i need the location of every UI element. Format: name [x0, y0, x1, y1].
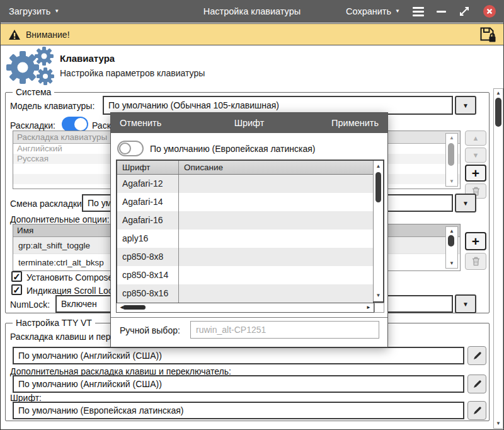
extra-options-scrollbar[interactable]: ▲ ▼ — [445, 226, 458, 269]
plus-icon: + — [472, 166, 479, 180]
chevron-down-icon: ▼ — [54, 9, 59, 14]
table-row[interactable]: aply16 — [117, 230, 373, 248]
scroll-down-icon[interactable]: ▼ — [374, 291, 383, 300]
compose-checkbox[interactable]: ✓ — [11, 271, 22, 282]
chevron-down-icon: ▼ — [462, 200, 469, 207]
load-menu-button[interactable]: Загрузить ▼ — [0, 0, 68, 23]
scrolllock-checkbox[interactable]: ✓ — [11, 284, 22, 295]
layouts-list-scrollbar[interactable]: ▲ ▼ — [445, 133, 458, 187]
option-delete-button[interactable] — [465, 253, 486, 270]
layout-move-up-button[interactable]: ▲ — [465, 131, 486, 146]
font-table-scrollbar[interactable]: ▲ ▼ — [373, 161, 383, 301]
minimize-icon[interactable] — [437, 11, 446, 13]
compose-checkbox-label: Установить Compose — [26, 272, 113, 282]
scroll-up-icon[interactable]: ▲ — [494, 89, 503, 98]
arrow-up-icon: ▲ — [472, 134, 479, 142]
font-column-header[interactable]: Шрифт — [117, 161, 179, 174]
floppy-lock-icon — [479, 26, 496, 42]
tty-keymap-edit-button[interactable] — [467, 346, 486, 365]
layouts-label: Раскладки: — [10, 120, 55, 131]
scroll-up-icon[interactable]: ▲ — [446, 134, 457, 142]
scroll-up-icon[interactable]: ▲ — [374, 162, 383, 171]
tty-group-legend: Настройка TTY VT — [13, 318, 95, 328]
scroll-down-icon[interactable]: ▼ — [494, 419, 503, 428]
option-add-button[interactable]: + — [465, 232, 486, 250]
page-title: Клавиатура — [60, 53, 115, 64]
pencil-icon — [472, 380, 482, 389]
tty-alt-keymap-field[interactable] — [13, 375, 464, 393]
keyboard-settings-window: Загрузить ▼ Настройка клавиатуры Сохрани… — [0, 0, 504, 430]
page-subtitle: Настройка параметров клавиатуры — [60, 68, 205, 78]
table-row[interactable]: cp850-8x8 — [117, 248, 373, 266]
keyboard-model-dropdown-button[interactable]: ▼ — [455, 96, 476, 115]
layout-move-down-button[interactable]: ▼ — [465, 148, 486, 163]
tty-keymap-field[interactable] — [13, 347, 464, 364]
layouts-toggle[interactable] — [62, 117, 88, 132]
gears-icon — [4, 46, 57, 86]
close-icon[interactable] — [483, 4, 496, 18]
load-menu-label: Загрузить — [9, 6, 50, 16]
keyboard-model-label: Модель клавиатуры: — [10, 101, 94, 111]
table-row[interactable]: Agafari-14 — [117, 193, 373, 211]
chevron-down-icon: ▼ — [462, 301, 469, 308]
arrow-down-icon: ▼ — [472, 151, 479, 159]
plus-icon: + — [472, 235, 479, 248]
apply-button[interactable]: Применить — [331, 118, 379, 128]
pencil-icon — [472, 406, 482, 415]
scroll-down-icon[interactable]: ▼ — [446, 177, 457, 186]
layout-switch-dropdown-button[interactable]: ▼ — [455, 194, 476, 212]
tty-font-field[interactable] — [13, 402, 464, 419]
font-dialog: Отменить Шрифт Применить По умолчанию (Е… — [110, 112, 388, 347]
table-row[interactable]: cp850-8x14 — [117, 266, 373, 284]
chevron-down-icon: ▼ — [462, 102, 469, 109]
font-table-hscrollbar[interactable]: ◄ ► — [116, 303, 374, 313]
scrollbar-corner — [374, 303, 384, 313]
tty-keymap-label: Раскладка клавиш и пере — [10, 332, 115, 342]
hamburger-menu-icon[interactable] — [413, 7, 424, 16]
manual-select-label: Ручной выбор: — [120, 325, 180, 335]
layout-switch-value: По ум — [88, 198, 112, 208]
main-scrollbar[interactable]: ▲ ▼ — [493, 88, 503, 429]
chevron-down-icon: ▼ — [395, 9, 400, 14]
numlock-value: Включен — [61, 299, 97, 309]
font-default-toggle[interactable] — [117, 141, 144, 156]
pencil-icon — [472, 351, 482, 361]
font-dialog-header: Отменить Шрифт Применить — [111, 113, 387, 133]
table-row[interactable]: Agafari-12 — [117, 175, 373, 193]
font-default-toggle-label: По умолчанию (Европейская латинская) — [150, 144, 316, 154]
save-menu-button[interactable]: Сохранить ▼ — [346, 6, 400, 16]
warning-icon — [8, 29, 21, 40]
scroll-down-icon[interactable]: ▼ — [446, 259, 457, 268]
font-table: Шрифт Описание Agafari-12 Agafari-14 Aga… — [116, 160, 384, 303]
system-group-legend: Система — [13, 87, 54, 97]
cancel-button[interactable]: Отменить — [120, 118, 161, 128]
layout-add-button[interactable]: + — [465, 165, 486, 182]
numlock-dropdown-button[interactable]: ▼ — [455, 294, 476, 313]
warning-text: Внимание! — [26, 30, 70, 40]
numlock-label: NumLock: — [10, 299, 50, 310]
tty-font-edit-button[interactable] — [467, 401, 486, 420]
save-to-disk-button[interactable] — [479, 26, 496, 42]
titlebar: Загрузить ▼ Настройка клавиатуры Сохрани… — [0, 0, 504, 23]
tty-alt-keymap-edit-button[interactable] — [467, 375, 486, 393]
table-row[interactable]: Agafari-16 — [117, 211, 373, 230]
description-column-header[interactable]: Описание — [179, 161, 373, 174]
scroll-right-icon[interactable]: ► — [366, 303, 371, 312]
warning-bar: Внимание! — [0, 23, 504, 45]
save-menu-label: Сохранить — [346, 6, 391, 16]
table-row[interactable]: cp850-8x16 — [117, 284, 373, 303]
keyboard-model-value: По умолчанию (Обычная 105-клавишная) — [108, 100, 279, 110]
check-icon: ✓ — [13, 272, 21, 281]
trash-icon — [472, 257, 480, 266]
check-icon: ✓ — [13, 285, 21, 294]
layout-switch-label: Смена раскладки: — [10, 199, 84, 209]
fullscreen-icon[interactable] — [459, 6, 470, 17]
scrolllock-checkbox-label: Индикация Scroll Lock — [26, 286, 117, 296]
manual-select-input[interactable] — [190, 321, 379, 339]
scroll-up-icon[interactable]: ▲ — [446, 227, 457, 236]
extra-options-label: Дополнительные опции: — [10, 214, 110, 224]
